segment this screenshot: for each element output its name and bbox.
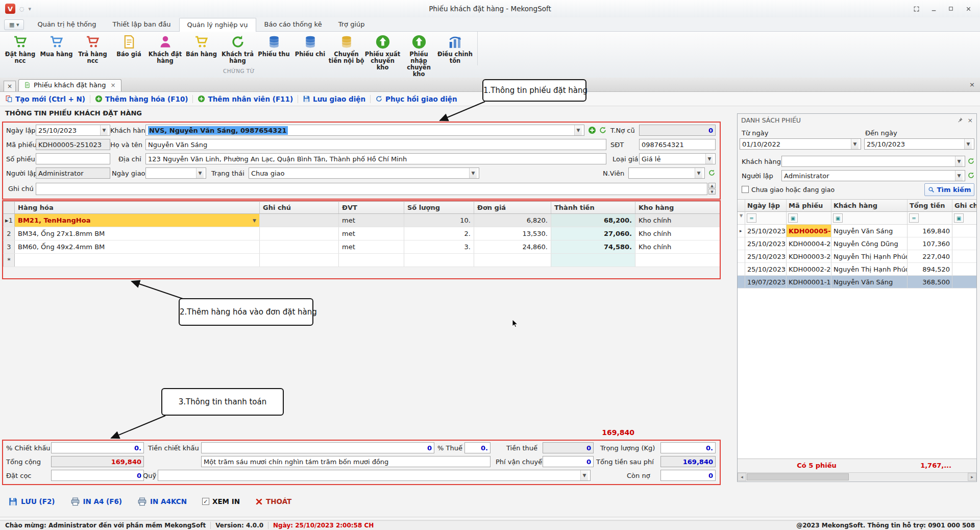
col-tong-tien[interactable]: Tổng tiền bbox=[908, 200, 952, 212]
list-item[interactable]: 25/10/2023 KDH00003-2... Nguyễn Thị Hạnh… bbox=[738, 250, 976, 263]
refresh-employee-icon[interactable] bbox=[708, 169, 716, 177]
tool-chuyen-tien-noi-bo[interactable]: Chuyển tiền nội bộ bbox=[328, 34, 364, 64]
refresh-icon[interactable] bbox=[967, 172, 975, 179]
doc-tab-phieu-khach-dat-hang[interactable]: Phiếu khách đặt hàng × bbox=[18, 79, 121, 91]
refresh-icon[interactable] bbox=[967, 157, 975, 165]
ngay-giao-input[interactable]: ▼ bbox=[145, 167, 206, 179]
panel-khach-hang-combo[interactable]: ▼ bbox=[781, 156, 965, 167]
tool-dat-hang-ncc[interactable]: Đặt hàng ncc bbox=[2, 34, 38, 64]
panel-close-icon[interactable]: × bbox=[968, 116, 973, 124]
preview-checkbox[interactable]: ✓ XEM IN bbox=[202, 497, 240, 505]
tool-phieu-xuat-chuyen-kho[interactable]: Phiếu xuất chuyển kho bbox=[364, 34, 401, 71]
col-ghi-chu[interactable]: Ghi chú bbox=[260, 202, 339, 214]
checkbox-checked-icon[interactable]: ✓ bbox=[202, 498, 209, 505]
tool-mua-hang[interactable]: Mua hàng bbox=[38, 34, 75, 58]
chua-giao-checkbox[interactable] bbox=[742, 186, 749, 193]
tool-bao-gia[interactable]: Báo giá bbox=[111, 34, 147, 58]
chevron-down-icon[interactable]: ▼ bbox=[695, 168, 702, 178]
chevron-down-icon[interactable]: ▼ bbox=[955, 171, 963, 181]
chevron-down-icon[interactable]: ▼ bbox=[100, 125, 108, 135]
loai-gia-combo[interactable]: Giá lẻ ▼ bbox=[639, 153, 716, 164]
trong-luong-input[interactable]: 0. bbox=[660, 442, 716, 453]
chevron-down-icon[interactable]: ▼ bbox=[964, 139, 972, 149]
add-customer-icon[interactable] bbox=[588, 126, 596, 134]
n-vien-combo[interactable]: ▼ bbox=[628, 167, 705, 179]
close-all-tabs-icon[interactable]: × bbox=[969, 81, 975, 88]
col-kho-hang[interactable]: Kho hàng bbox=[635, 202, 720, 214]
chevron-down-icon[interactable]: ▼ bbox=[955, 156, 963, 166]
col-don-gia[interactable]: Đơn giá bbox=[474, 202, 551, 214]
tool-tra-hang-ncc[interactable]: Trả hàng ncc bbox=[75, 34, 111, 64]
chevron-down-icon[interactable]: ▼ bbox=[705, 154, 713, 164]
den-ngay-input[interactable]: 25/10/2023▼ bbox=[864, 138, 974, 150]
table-row[interactable]: 3 BM60, Ống 49x2.4mm BM met 3. 24,860. 7… bbox=[4, 240, 720, 254]
tab-quan-tri-he-thong[interactable]: Quản trị hệ thống bbox=[29, 17, 104, 31]
add-item-button[interactable]: Thêm hàng hóa (F10) bbox=[95, 95, 188, 103]
exit-button[interactable]: THOÁT bbox=[255, 497, 291, 505]
chevron-down-icon[interactable]: ▼ bbox=[253, 218, 256, 223]
dat-coc-input[interactable]: 0 bbox=[51, 470, 144, 481]
quick-access-dropdown-icon[interactable]: ▾ bbox=[29, 6, 32, 12]
col-dvt[interactable]: ĐVT bbox=[339, 202, 404, 214]
col-ngay-lap[interactable]: Ngày lập bbox=[745, 200, 787, 212]
filter-button[interactable]: = bbox=[747, 213, 756, 223]
chevron-down-icon[interactable]: ▼ bbox=[851, 139, 859, 149]
chevron-down-icon[interactable]: ▼ bbox=[196, 168, 204, 178]
add-employee-button[interactable]: Thêm nhân viên (F11) bbox=[198, 95, 293, 103]
chiet-khau-pct-input[interactable]: 0. bbox=[51, 442, 144, 453]
list-item[interactable]: 25/10/2023 KDH00002-2... Nguyễn Thị Hạnh… bbox=[738, 263, 976, 276]
tien-chiet-khau-input[interactable]: 0 bbox=[201, 442, 434, 453]
close-icon[interactable]: × bbox=[110, 82, 115, 89]
restore-layout-button[interactable]: Phục hồi giao diện bbox=[375, 95, 457, 103]
ribbon-menu-button[interactable]: ▦ ▾ bbox=[4, 19, 24, 30]
print-a4kcn-button[interactable]: IN A4KCN bbox=[137, 497, 187, 507]
so-phieu-input[interactable] bbox=[36, 153, 110, 164]
filter-button[interactable]: ▣ bbox=[954, 213, 964, 223]
ho-ten-input[interactable]: Nguyễn Văn Sáng bbox=[145, 139, 606, 150]
save-layout-button[interactable]: Lưu giao diện bbox=[303, 95, 365, 103]
item-cell[interactable]: BM21, TenHangHoa▼ bbox=[15, 214, 260, 227]
list-item[interactable]: 25/10/2023 KDH00004-2... Nguyễn Công Dũn… bbox=[738, 237, 976, 250]
phi-van-chuyen-input[interactable]: 0 bbox=[543, 456, 594, 467]
save-button[interactable]: LƯU (F2) bbox=[8, 497, 55, 507]
sdt-input[interactable]: 0987654321 bbox=[639, 139, 716, 150]
filter-button[interactable]: = bbox=[909, 213, 919, 223]
tool-phieu-chi[interactable]: Phiếu chi bbox=[292, 34, 328, 58]
table-row[interactable]: 2 BM34, Ống 27x1.8mm BM met 2. 13,530. 2… bbox=[4, 227, 720, 240]
tu-ngay-input[interactable]: 01/10/2022▼ bbox=[740, 138, 861, 150]
col-thanh-tien[interactable]: Thành tiền bbox=[551, 202, 635, 214]
horizontal-scrollbar[interactable]: ◂ ▸ bbox=[738, 472, 976, 481]
scroll-right-icon[interactable]: ▸ bbox=[968, 473, 976, 481]
close-tab-button[interactable]: × bbox=[4, 81, 16, 91]
scroll-left-icon[interactable]: ◂ bbox=[738, 473, 746, 481]
khach-hang-combo[interactable]: NVS, Nguyễn Văn Sáng, 0987654321 ▼ bbox=[145, 125, 584, 136]
filter-button[interactable]: ▣ bbox=[833, 213, 843, 223]
new-record-button[interactable]: Tạo mới (Ctrl + N) bbox=[5, 95, 85, 103]
ghi-chu-input[interactable] bbox=[36, 183, 707, 195]
tab-quan-ly-nghiep-vu[interactable]: Quản lý nghiệp vụ bbox=[179, 18, 256, 32]
maximize-button[interactable] bbox=[942, 2, 960, 15]
search-button[interactable]: Tìm kiếm bbox=[924, 183, 974, 196]
minimize-button[interactable] bbox=[925, 2, 942, 15]
print-a4-button[interactable]: IN A4 (F6) bbox=[70, 497, 122, 507]
chevron-down-icon[interactable]: ▼ bbox=[469, 168, 477, 178]
close-button[interactable] bbox=[960, 2, 977, 15]
spinner-down-icon[interactable]: ▼ bbox=[708, 189, 716, 195]
fullscreen-button[interactable] bbox=[908, 2, 925, 15]
col-khach-hang[interactable]: Khách hàng bbox=[831, 200, 908, 212]
filter-button[interactable]: ▣ bbox=[788, 213, 798, 223]
tool-ban-hang[interactable]: Bán hàng bbox=[183, 34, 219, 58]
dia-chi-input[interactable]: 123 Nguyễn Văn Linh, Phường An Lạc, Quận… bbox=[145, 153, 606, 164]
new-row[interactable]: * bbox=[4, 254, 720, 267]
ngay-lap-input[interactable]: 25/10/2023 ▼ bbox=[36, 125, 110, 136]
scrollbar-thumb[interactable] bbox=[747, 473, 849, 480]
thue-pct-input[interactable]: 0. bbox=[464, 442, 491, 453]
col-hang-hoa[interactable]: Hàng hóa bbox=[15, 202, 260, 214]
quick-access-circle-icon[interactable]: ◌ bbox=[19, 6, 24, 12]
chevron-down-icon[interactable]: ▼ bbox=[574, 125, 582, 135]
tab-thiet-lap-ban-dau[interactable]: Thiết lập ban đầu bbox=[105, 17, 179, 31]
chevron-down-icon[interactable]: ▼ bbox=[580, 470, 588, 480]
spinner-up-icon[interactable]: ▲ bbox=[708, 183, 716, 188]
list-item-selected[interactable]: 19/07/2023 KDH00001-1... Nguyễn Văn Sáng… bbox=[738, 276, 976, 288]
quy-combo[interactable]: ▼ bbox=[158, 470, 591, 481]
